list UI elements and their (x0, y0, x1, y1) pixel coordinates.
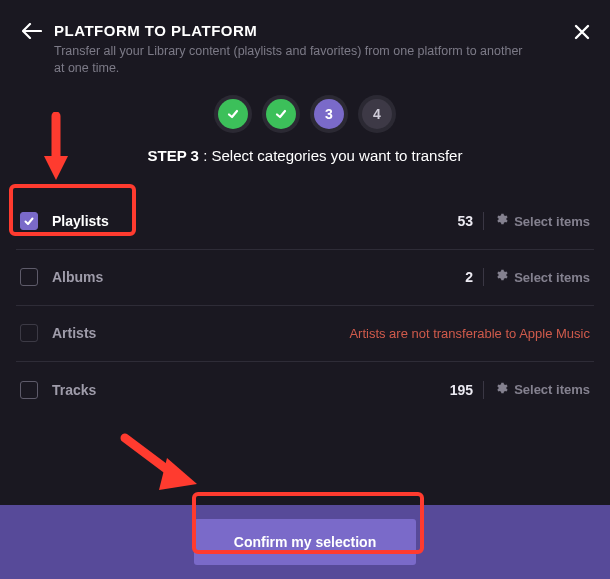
gear-icon[interactable] (494, 268, 508, 286)
category-label: Playlists (52, 213, 458, 229)
svg-line-2 (125, 438, 173, 474)
modal-title: PLATFORM TO PLATFORM (54, 22, 588, 39)
close-icon[interactable] (574, 24, 590, 44)
step-3-current: 3 (314, 99, 344, 129)
modal-header: PLATFORM TO PLATFORM Transfer all your L… (0, 0, 610, 91)
gear-icon[interactable] (494, 212, 508, 230)
category-count: 195 (450, 382, 473, 398)
category-label: Tracks (52, 382, 450, 398)
step-2-done-icon (266, 99, 296, 129)
checkbox-artists (20, 324, 38, 342)
category-row-albums[interactable]: Albums 2 Select items (16, 250, 594, 306)
category-label: Albums (52, 269, 465, 285)
divider (483, 212, 484, 230)
svg-marker-3 (159, 458, 197, 490)
checkbox-playlists[interactable] (20, 212, 38, 230)
category-count: 2 (465, 269, 473, 285)
divider (483, 381, 484, 399)
checkbox-albums[interactable] (20, 268, 38, 286)
step-1-done-icon (218, 99, 248, 129)
category-list: Playlists 53 Select items Albums 2 Selec… (0, 194, 610, 418)
select-items-link[interactable]: Select items (514, 214, 590, 229)
divider (483, 268, 484, 286)
annotation-arrow-diagonal (115, 430, 205, 500)
back-arrow-icon[interactable] (22, 23, 42, 43)
category-error-message: Artists are not transferable to Apple Mu… (349, 326, 590, 341)
select-items-link[interactable]: Select items (514, 270, 590, 285)
modal-subtitle: Transfer all your Library content (playl… (54, 43, 534, 77)
category-row-artists: Artists Artists are not transferable to … (16, 306, 594, 362)
step-indicator: 3 4 (0, 95, 610, 133)
step-4-future: 4 (362, 99, 392, 129)
category-label: Artists (52, 325, 349, 341)
confirm-button[interactable]: Confirm my selection (194, 519, 416, 565)
step-description: STEP 3 : Select categories you want to t… (0, 147, 610, 164)
select-items-link[interactable]: Select items (514, 382, 590, 397)
checkbox-tracks[interactable] (20, 381, 38, 399)
gear-icon[interactable] (494, 381, 508, 399)
category-row-tracks[interactable]: Tracks 195 Select items (16, 362, 594, 418)
category-row-playlists[interactable]: Playlists 53 Select items (16, 194, 594, 250)
modal-footer: Confirm my selection (0, 505, 610, 579)
category-count: 53 (458, 213, 474, 229)
